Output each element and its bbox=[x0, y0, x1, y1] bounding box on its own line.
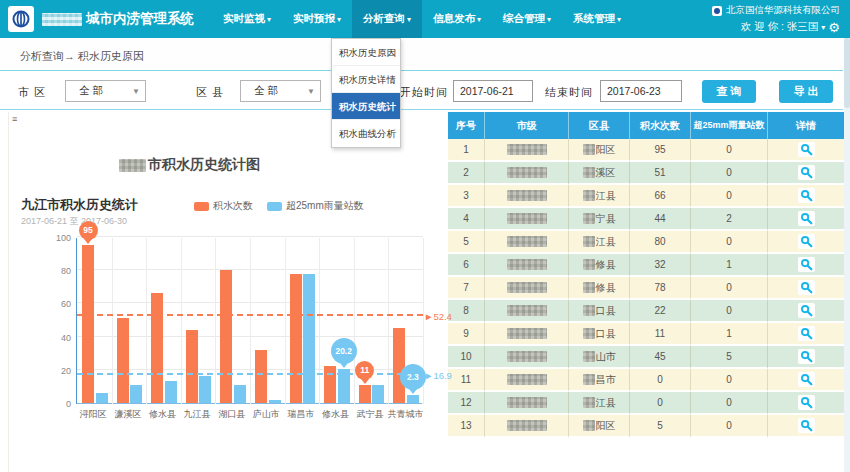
cell-floods: 44 bbox=[630, 208, 691, 231]
cell-detail bbox=[768, 162, 844, 185]
cell-stations: 1 bbox=[691, 254, 768, 277]
chevron-down-icon: ▼ bbox=[132, 87, 140, 96]
detail-magnifier-icon[interactable] bbox=[798, 418, 815, 433]
detail-magnifier-icon[interactable] bbox=[798, 234, 815, 249]
cell-stations: 0 bbox=[691, 162, 768, 185]
chevron-down-icon: ▾ bbox=[407, 15, 411, 24]
detail-magnifier-icon[interactable] bbox=[798, 303, 815, 318]
settings-gear-icon[interactable]: ⚙ bbox=[828, 21, 840, 34]
cell-seq: 9 bbox=[448, 323, 485, 346]
cell-detail bbox=[768, 346, 844, 369]
start-date-input[interactable] bbox=[453, 80, 533, 102]
censored-city-text bbox=[507, 328, 547, 339]
x-tick-label: 九江县 bbox=[180, 408, 215, 421]
cell-floods: 11 bbox=[630, 323, 691, 346]
table-row: 2溪区510 bbox=[448, 162, 844, 185]
nav-item-4[interactable]: 信息发布▾ bbox=[422, 0, 492, 38]
start-time-label: 开始时间 bbox=[400, 85, 448, 100]
nav-item-6[interactable]: 系统管理▾ bbox=[562, 0, 632, 38]
dropdown-item-4[interactable]: 积水曲线分析 bbox=[332, 120, 400, 147]
censored-district-prefix bbox=[583, 374, 595, 385]
bar-station-5 bbox=[234, 385, 246, 403]
district-select[interactable]: 全 部 ▼ bbox=[240, 80, 321, 102]
detail-magnifier-icon[interactable] bbox=[798, 165, 815, 180]
export-button[interactable]: 导 出 bbox=[779, 80, 833, 103]
chevron-down-icon: ▾ bbox=[477, 15, 481, 24]
chevron-down-icon: ▾ bbox=[547, 15, 551, 24]
detail-magnifier-icon[interactable] bbox=[798, 142, 815, 157]
legend-swatch bbox=[194, 202, 209, 211]
end-date-input[interactable] bbox=[600, 80, 682, 102]
cell-city bbox=[485, 369, 569, 392]
app-title-text: 城市内涝管理系统 bbox=[86, 10, 194, 28]
cell-city bbox=[485, 277, 569, 300]
city-select[interactable]: 全 部 ▼ bbox=[65, 80, 146, 102]
cell-stations: 0 bbox=[691, 185, 768, 208]
detail-magnifier-icon[interactable] bbox=[798, 257, 815, 272]
cell-seq: 5 bbox=[448, 231, 485, 254]
nav-item-2[interactable]: 实时预报▾ bbox=[282, 0, 352, 38]
detail-magnifier-icon[interactable] bbox=[798, 188, 815, 203]
cell-district: 阳区 bbox=[569, 139, 630, 162]
column-header: 序号 bbox=[448, 112, 485, 139]
x-tick-label: 修水县 bbox=[145, 408, 180, 421]
bar-chart-plot: ►52.4►16.99520.2112.3 bbox=[76, 238, 422, 404]
bar-station-6 bbox=[269, 400, 281, 403]
welcome-text: 欢 迎 你 : 张三国 bbox=[741, 20, 819, 34]
gridline bbox=[285, 238, 286, 404]
detail-magnifier-icon[interactable] bbox=[798, 395, 815, 410]
nav-item-5[interactable]: 综合管理▾ bbox=[492, 0, 562, 38]
censored-district-prefix bbox=[583, 351, 595, 362]
app-window: 城市内涝管理系统 实时监视▾实时预报▾分析查询▾信息发布▾综合管理▾系统管理▾ … bbox=[0, 0, 850, 472]
detail-magnifier-icon[interactable] bbox=[798, 280, 815, 295]
company-name: 北京国信华源科技有限公司 bbox=[712, 4, 840, 17]
bar-station-7 bbox=[303, 274, 315, 403]
results-table-panel: 序号市级区县积水次数超25mm雨量站数详情 1阳区9502溪区5103江县660… bbox=[448, 112, 844, 472]
dropdown-item-3[interactable]: 积水历史统计 bbox=[332, 93, 400, 120]
nav-item-3[interactable]: 分析查询▾ bbox=[352, 0, 422, 38]
cell-detail bbox=[768, 208, 844, 231]
panel-menu-icon[interactable]: ≡ bbox=[12, 115, 17, 124]
query-button[interactable]: 查 询 bbox=[702, 80, 756, 103]
chevron-down-icon: ▾ bbox=[267, 15, 271, 24]
analysis-query-dropdown: 积水历史原因积水历史详情积水历史统计积水曲线分析 bbox=[331, 38, 401, 148]
detail-magnifier-icon[interactable] bbox=[798, 211, 815, 226]
cell-floods: 5 bbox=[630, 415, 691, 438]
column-header: 积水次数 bbox=[630, 112, 691, 139]
detail-magnifier-icon[interactable] bbox=[798, 326, 815, 341]
cell-city bbox=[485, 208, 569, 231]
censored-district-prefix bbox=[583, 144, 595, 155]
table-row: 5江县800 bbox=[448, 231, 844, 254]
cell-district: 口县 bbox=[569, 323, 630, 346]
user-menu[interactable]: 欢 迎 你 : 张三国 ▾ ⚙ bbox=[712, 20, 840, 34]
bar-station-9 bbox=[372, 385, 384, 403]
table-row: 1阳区950 bbox=[448, 139, 844, 162]
nav-item-1[interactable]: 实时监视▾ bbox=[212, 0, 282, 38]
cell-seq: 4 bbox=[448, 208, 485, 231]
cell-city bbox=[485, 139, 569, 162]
table-row: 7修县780 bbox=[448, 277, 844, 300]
x-axis-labels: 浔阳区濂溪区修水县九江县湖口县庐山市瑞昌市修水县武宁县共青城市 bbox=[76, 408, 422, 422]
scrollbar-thumb[interactable] bbox=[844, 38, 850, 108]
cell-floods: 78 bbox=[630, 277, 691, 300]
bar-station-4 bbox=[199, 376, 211, 403]
scrollbar-track[interactable] bbox=[844, 38, 850, 472]
cell-city bbox=[485, 415, 569, 438]
table-row: 9口县111 bbox=[448, 323, 844, 346]
header-right: 北京国信华源科技有限公司 欢 迎 你 : 张三国 ▾ ⚙ bbox=[712, 0, 850, 38]
detail-magnifier-icon[interactable] bbox=[798, 372, 815, 387]
legend-label: 积水次数 bbox=[213, 199, 253, 213]
bar-station-2 bbox=[130, 385, 142, 403]
dropdown-item-1[interactable]: 积水历史原因 bbox=[332, 39, 400, 66]
cell-seq: 6 bbox=[448, 254, 485, 277]
average-line-label: ►52.4 bbox=[424, 311, 452, 322]
detail-magnifier-icon[interactable] bbox=[798, 349, 815, 364]
legend-item[interactable]: 积水次数 bbox=[194, 199, 253, 213]
cell-city bbox=[485, 300, 569, 323]
average-line bbox=[77, 314, 423, 316]
legend-item[interactable]: 超25mm雨量站数 bbox=[267, 199, 364, 213]
dropdown-item-2[interactable]: 积水历史详情 bbox=[332, 66, 400, 93]
pin-tail bbox=[340, 363, 348, 368]
cell-district: 江县 bbox=[569, 392, 630, 415]
page-title-text: 市积水历史统计图 bbox=[148, 156, 260, 174]
